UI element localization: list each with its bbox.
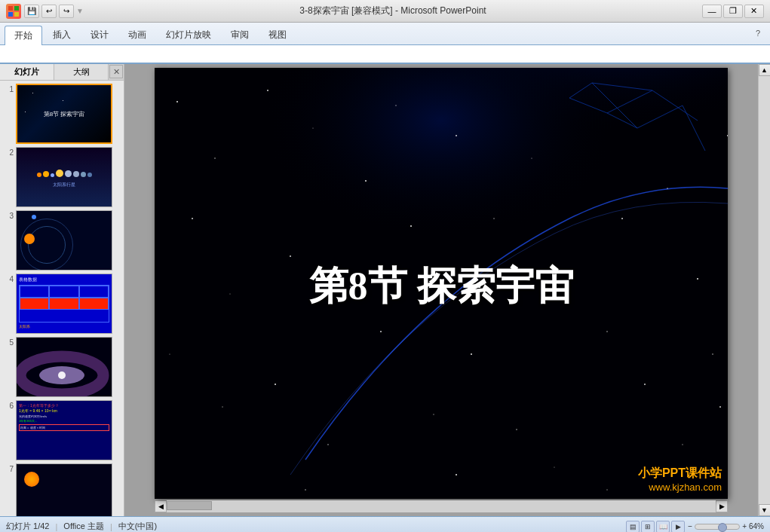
window-title: 3-8探索宇宙 [兼容模式] - Microsoft PowerPoint	[299, 5, 486, 17]
panel-tabs: 幻灯片 大纲 ✕	[0, 64, 124, 81]
window-controls: — ❐ ✕	[702, 5, 764, 18]
slide-thumb-4[interactable]: 表格数据 太阳系	[16, 274, 112, 334]
panel-tab-outline[interactable]: 大纲	[54, 64, 109, 80]
slide-number-4: 4	[3, 274, 14, 283]
slide-thumb-3[interactable]	[16, 210, 112, 271]
slide-item-1[interactable]: 1 第8节 探索宇宙	[3, 84, 121, 144]
panel-close-button[interactable]: ✕	[109, 65, 123, 78]
normal-view-button[interactable]: ▤	[626, 521, 640, 533]
svg-point-32	[697, 278, 698, 280]
save-button[interactable]: 💾	[24, 5, 39, 18]
slide-count: 幻灯片 1/42	[6, 521, 49, 532]
minimize-button[interactable]: —	[702, 5, 722, 18]
slideshow-button[interactable]: ▶	[671, 521, 685, 533]
slide-thumb-6[interactable]: 第一：1光年等于多少？ 1光年 = 9.46 × 10¹² km 光的速度约30…	[16, 400, 112, 460]
svg-point-42	[554, 466, 554, 467]
slide-number-3: 3	[3, 210, 14, 220]
svg-point-24	[395, 105, 396, 105]
scroll-track[interactable]	[167, 500, 716, 512]
svg-point-54	[606, 489, 607, 490]
ribbon: 开始 插入 设计 动画 幻灯片放映 审阅 视图 ?	[0, 23, 770, 64]
slide-panel: 幻灯片 大纲 ✕ 1 第8节 探索宇宙 2	[0, 64, 124, 516]
restore-button[interactable]: ❐	[723, 5, 743, 18]
scroll-left-button[interactable]: ◀	[155, 500, 167, 512]
svg-rect-2	[8, 12, 13, 17]
tab-insert[interactable]: 插入	[44, 26, 80, 44]
slide-number-5: 5	[3, 337, 14, 347]
zoom-in-icon[interactable]: +	[742, 522, 747, 530]
slide-thumb-5[interactable]	[16, 337, 112, 397]
svg-point-20	[214, 157, 216, 159]
watermark-line1: 小学PPT课件站	[638, 466, 722, 482]
tab-slideshow[interactable]: 幻灯片放映	[157, 26, 220, 44]
slide-item-3[interactable]: 3	[3, 210, 121, 271]
scroll-right-button[interactable]: ▶	[716, 500, 728, 512]
panel-tab-slides[interactable]: 幻灯片	[0, 64, 54, 80]
svg-point-38	[380, 331, 382, 332]
svg-point-26	[493, 218, 495, 219]
right-scrollbar: ▲ ▼	[758, 64, 770, 516]
svg-point-21	[267, 90, 268, 91]
slide-item-7[interactable]: 7	[3, 463, 121, 516]
zoom-slider[interactable]	[695, 524, 740, 530]
svg-point-50	[169, 353, 170, 354]
svg-point-34	[192, 218, 193, 219]
close-button[interactable]: ✕	[744, 5, 764, 18]
svg-point-39	[433, 414, 434, 414]
tab-design[interactable]: 设计	[81, 26, 118, 44]
scroll-thumb[interactable]	[167, 501, 212, 510]
svg-point-36	[275, 384, 276, 385]
title-bar-left: 💾 ↩ ↪ ▼	[6, 4, 84, 19]
slide-title: 第8节 探索宇宙	[309, 260, 574, 313]
slide-number-2: 2	[3, 147, 14, 157]
slide-thumb-7[interactable]	[16, 463, 112, 516]
slide-item-5[interactable]: 5	[3, 337, 121, 397]
svg-point-48	[667, 188, 668, 189]
svg-point-25	[456, 135, 457, 136]
svg-point-37	[327, 444, 329, 445]
svg-point-22	[312, 127, 313, 128]
redo-button[interactable]: ↪	[59, 5, 74, 18]
slide-thumb-1[interactable]: 第8节 探索宇宙	[16, 84, 112, 144]
scroll-up-button[interactable]: ▲	[759, 64, 771, 76]
slide-item-6[interactable]: 6 第一：1光年等于多少？ 1光年 = 9.46 × 10¹² km 光的速度约…	[3, 400, 121, 460]
slide-thumb-2[interactable]: 太阳系行星	[16, 147, 112, 207]
language-info: 中文(中国)	[118, 521, 157, 532]
svg-point-43	[290, 255, 291, 257]
tab-review[interactable]: 审阅	[222, 26, 258, 44]
reading-view-button[interactable]: 📖	[656, 521, 670, 533]
ribbon-content	[0, 44, 770, 63]
watermark-line2: www.kjzhan.com	[638, 482, 722, 493]
svg-point-46	[222, 406, 222, 407]
svg-rect-1	[14, 6, 19, 11]
tab-home[interactable]: 开始	[5, 26, 42, 45]
svg-point-51	[719, 406, 721, 408]
title-bar: 💾 ↩ ↪ ▼ 3-8探索宇宙 [兼容模式] - Microsoft Power…	[0, 0, 770, 23]
tab-animation[interactable]: 动画	[119, 26, 155, 44]
undo-button[interactable]: ↩	[41, 5, 57, 18]
ribbon-tab-list: 开始 插入 设计 动画 幻灯片放映 审阅 视图 ?	[0, 23, 770, 44]
slide-canvas: 第8节 探索宇宙 小学PPT课件站 www.kjzhan.com	[155, 68, 728, 499]
scroll-down-button[interactable]: ▼	[759, 504, 771, 516]
zoom-out-icon[interactable]: −	[688, 522, 692, 530]
svg-point-52	[305, 489, 306, 491]
help-button[interactable]: ?	[750, 26, 765, 41]
svg-point-35	[229, 293, 230, 294]
tab-view[interactable]: 视图	[259, 26, 296, 44]
slide-item-2[interactable]: 2 太阳系行星	[3, 147, 121, 207]
zoom-level: 64%	[749, 522, 764, 530]
slide-sorter-button[interactable]: ⊞	[641, 521, 655, 533]
slide-number-7: 7	[3, 463, 14, 473]
slides-list[interactable]: 1 第8节 探索宇宙 2	[0, 81, 124, 516]
svg-point-19	[176, 101, 178, 102]
slide-hscrollbar: ◀ ▶	[155, 500, 728, 512]
svg-point-40	[471, 353, 472, 355]
status-divider: |	[55, 522, 57, 531]
svg-point-6	[58, 371, 66, 379]
slide-number-1: 1	[3, 84, 14, 93]
svg-point-53	[456, 474, 457, 475]
svg-point-41	[516, 429, 517, 430]
scroll-track-vertical[interactable]	[759, 76, 770, 504]
watermark: 小学PPT课件站 www.kjzhan.com	[638, 466, 722, 493]
slide-item-4[interactable]: 4 表格数据 太阳系	[3, 274, 121, 334]
